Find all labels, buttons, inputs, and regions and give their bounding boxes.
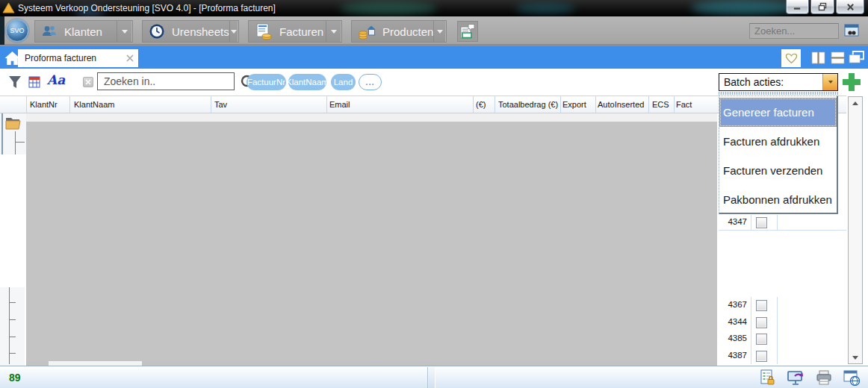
row-checkbox[interactable] bbox=[756, 351, 767, 362]
column-header-email[interactable]: Email bbox=[329, 100, 350, 109]
heart-icon bbox=[785, 53, 798, 64]
menu-klanten-label: Klanten bbox=[64, 25, 117, 38]
table-rows-bottom: 4367 4344 4385 4387 bbox=[719, 297, 846, 364]
scroll-up-icon[interactable] bbox=[849, 97, 862, 109]
tabbar-divider bbox=[0, 45, 868, 46]
glass-glow bbox=[691, 0, 796, 15]
grid-area: KlantNr KlantNaam Tav Email (€) Totaalbe… bbox=[0, 96, 868, 366]
column-header-export[interactable]: Export bbox=[562, 100, 586, 109]
grid-view-icon[interactable] bbox=[28, 76, 40, 88]
row-checkbox[interactable] bbox=[756, 317, 767, 328]
menu-facturen-label: Facturen bbox=[279, 25, 326, 38]
batch-actions-combobox[interactable]: Batch acties: bbox=[719, 73, 838, 91]
column-header-ecs[interactable]: ECS bbox=[652, 100, 669, 109]
svo-logo[interactable]: SVO bbox=[6, 19, 28, 42]
chevron-down-icon[interactable] bbox=[117, 21, 132, 42]
batch-actions-dropdown: Genereer facturen Facturen afdrukken Fac… bbox=[719, 96, 838, 214]
batch-actions-label: Batch acties: bbox=[719, 76, 822, 88]
search-in-input[interactable] bbox=[97, 72, 235, 90]
menu-item-facturen-afdrukken[interactable]: Facturen afdrukken bbox=[719, 127, 837, 156]
tasklist-lock-icon[interactable] bbox=[759, 369, 775, 386]
combobox-arrow-icon[interactable] bbox=[822, 74, 837, 90]
global-search-input[interactable] bbox=[749, 23, 839, 39]
column-header-klantnaam[interactable]: KlantNaam bbox=[74, 100, 114, 109]
users-icon bbox=[41, 23, 58, 40]
app-warning-icon bbox=[2, 2, 15, 13]
split-horizontal-icon[interactable] bbox=[831, 51, 845, 64]
combobox-focus-strip bbox=[719, 92, 838, 95]
filter-bar: Aa FactuurNr KlantNaam Land ... Batch ac… bbox=[0, 69, 868, 96]
column-header-klantnr[interactable]: KlantNr bbox=[30, 100, 58, 109]
add-button[interactable] bbox=[843, 73, 861, 91]
tab-proforma-facturen[interactable]: Proforma facturen bbox=[18, 49, 138, 67]
menu-item-facturen-verzenden[interactable]: Facturen verzenden bbox=[719, 156, 837, 185]
row-checkbox[interactable] bbox=[756, 334, 767, 345]
printer-icon[interactable] bbox=[816, 369, 832, 386]
minimize-button[interactable] bbox=[786, 0, 809, 14]
status-bar: 89 bbox=[0, 366, 868, 388]
column-header-euro[interactable]: (€) bbox=[476, 100, 486, 109]
menu-urensheets[interactable]: Urensheets bbox=[142, 20, 239, 43]
chevron-down-icon[interactable] bbox=[229, 21, 238, 42]
filter-pill-more[interactable]: ... bbox=[359, 74, 382, 90]
invoice-icon bbox=[255, 22, 273, 40]
row-checkbox[interactable] bbox=[756, 217, 767, 228]
filter-pill-land[interactable]: Land bbox=[331, 74, 356, 90]
column-header-fact[interactable]: Fact bbox=[676, 100, 692, 109]
glass-glow bbox=[515, 3, 575, 13]
menu-facturen[interactable]: Facturen bbox=[248, 20, 342, 43]
row-number: 4387 bbox=[719, 351, 747, 360]
tab-label: Proforma facturen bbox=[25, 53, 126, 63]
vertical-scrollbar[interactable] bbox=[848, 96, 863, 364]
tab-close-icon[interactable] bbox=[126, 54, 134, 62]
row-number: 4347 bbox=[719, 217, 747, 226]
clock-icon bbox=[149, 23, 165, 40]
grid-top-row bbox=[26, 113, 717, 122]
table-row[interactable]: 4385 bbox=[719, 331, 846, 348]
favorite-button[interactable] bbox=[781, 49, 801, 67]
close-button[interactable] bbox=[836, 0, 864, 14]
column-header-totaalbedrag[interactable]: Totaalbedrag (€) bbox=[498, 100, 558, 109]
title-bar: Systeem Verkoop Ondersteuning [SVO 4.0] … bbox=[0, 0, 868, 16]
filter-pill-klantnaam[interactable]: KlantNaam bbox=[288, 74, 326, 90]
remote-monitor-icon[interactable] bbox=[787, 369, 804, 386]
menu-urensheets-label: Urensheets bbox=[172, 25, 229, 38]
split-vertical-icon[interactable] bbox=[811, 51, 825, 64]
chevron-down-icon[interactable] bbox=[326, 21, 341, 42]
table-row[interactable]: 4387 bbox=[719, 348, 846, 365]
clear-search-button[interactable] bbox=[83, 77, 93, 87]
filter-icon[interactable] bbox=[7, 75, 22, 90]
document-note-button[interactable] bbox=[457, 21, 478, 42]
row-checkbox[interactable] bbox=[756, 300, 767, 311]
main-toolbar: SVO Klanten Urensheets Facturen Producte… bbox=[0, 16, 868, 45]
row-number: 4367 bbox=[719, 300, 747, 309]
chevron-down-icon[interactable] bbox=[433, 21, 446, 42]
row-number: 4385 bbox=[719, 334, 747, 342]
scroll-down-icon[interactable] bbox=[849, 351, 862, 363]
window-globe-icon[interactable] bbox=[843, 369, 860, 386]
menu-producten[interactable]: Producten bbox=[351, 20, 447, 43]
find-window-icon[interactable] bbox=[844, 23, 859, 38]
table-row[interactable]: 4347 bbox=[719, 215, 846, 231]
products-icon bbox=[358, 22, 376, 40]
menu-producten-label: Producten bbox=[382, 25, 433, 38]
font-case-button[interactable]: Aa bbox=[47, 72, 65, 87]
filter-pill-factuurnr[interactable]: FactuurNr bbox=[247, 74, 286, 90]
column-header-tav[interactable]: Tav bbox=[214, 100, 227, 109]
table-row[interactable]: 4367 bbox=[719, 297, 846, 314]
record-count: 89 bbox=[9, 372, 21, 384]
menu-klanten[interactable]: Klanten bbox=[34, 20, 133, 43]
tree-panel-bottom bbox=[0, 287, 25, 366]
table-row[interactable]: 4344 bbox=[719, 314, 846, 331]
folder-icon[interactable] bbox=[4, 116, 22, 131]
glass-glow bbox=[340, 1, 437, 15]
content-placeholder bbox=[26, 122, 717, 362]
restore-button[interactable] bbox=[810, 0, 834, 14]
doc-speech-icon bbox=[459, 23, 476, 40]
menu-item-genereer-facturen[interactable]: Genereer facturen bbox=[719, 98, 837, 127]
menu-item-pakbonnen-afdrukken[interactable]: Pakbonnen afdrukken bbox=[719, 185, 837, 214]
cascade-windows-icon[interactable] bbox=[849, 51, 864, 63]
status-panel-left: 89 bbox=[0, 367, 428, 388]
column-header-autoinserted[interactable]: AutoInserted bbox=[598, 100, 644, 109]
status-separator bbox=[429, 367, 435, 388]
